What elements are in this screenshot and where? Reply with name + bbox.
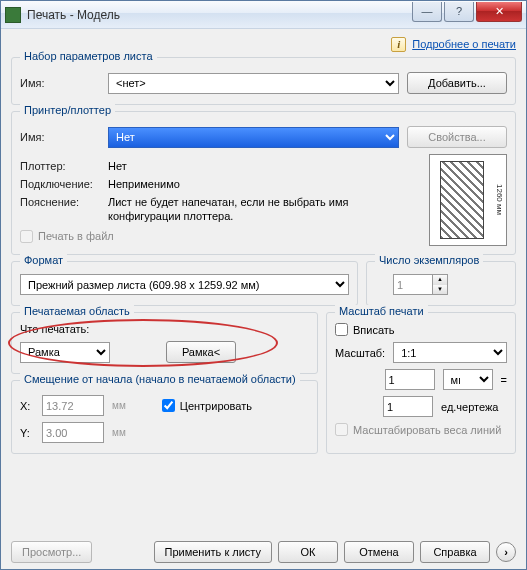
info-icon: i [391,37,406,52]
center-label: Центрировать [180,400,252,412]
pageset-name-label: Имя: [20,77,100,89]
area-legend: Печатаемая область [20,305,134,317]
copies-down[interactable]: ▼ [433,285,447,295]
scale-group: Масштаб печати Вписать Масштаб: 1:1 мм =… [326,312,516,454]
desc-value: Лист не будет напечатан, если не выбрать… [108,196,419,224]
plotter-label: Плоттер: [20,160,100,172]
offset-x-input[interactable] [42,395,104,416]
scale-label: Масштаб: [335,347,385,359]
format-select[interactable]: Прежний размер листа (609.98 x 1259.92 м… [20,274,349,295]
scale-unit-select[interactable]: мм [443,369,493,390]
scale-select[interactable]: 1:1 [393,342,507,363]
printer-props-button[interactable]: Свойства... [407,126,507,148]
learn-more-link[interactable]: Подробнее о печати [412,38,516,50]
print-to-file-checkbox[interactable] [20,230,33,243]
offset-x-unit: мм [112,400,126,411]
pageset-name-select[interactable]: <нет> [108,73,399,94]
print-to-file-label: Печать в файл [38,230,114,242]
scale-denominator-input[interactable] [383,396,433,417]
titlebar: Печать - Модель — ? ✕ [1,1,526,29]
conn-label: Подключение: [20,178,100,190]
add-pageset-button[interactable]: Добавить... [407,72,507,94]
drawing-unit-label: ед.чертежа [441,401,507,413]
app-icon [5,7,21,23]
scale-weights-checkbox[interactable] [335,423,348,436]
ok-button[interactable]: ОК [278,541,338,563]
printer-group: Принтер/плоттер Имя: Нет Свойства... Пло… [11,111,516,255]
desc-label: Пояснение: [20,196,100,208]
scale-legend: Масштаб печати [335,305,428,317]
minimize-button[interactable]: — [412,2,442,22]
printer-legend: Принтер/плоттер [20,104,115,116]
format-group: Формат Прежний размер листа (609.98 x 12… [11,261,358,306]
format-legend: Формат [20,254,67,266]
print-area-group: Печатаемая область Что печатать: Рамка Р… [11,312,318,374]
offset-group: Смещение от начала (начало в печатаемой … [11,380,318,454]
help-button[interactable]: ? [444,2,474,22]
dialog-footer: Просмотр... Применить к листу ОК Отмена … [1,541,526,563]
expand-dialog-button[interactable]: › [496,542,516,562]
close-button[interactable]: ✕ [476,2,522,22]
fit-label: Вписать [353,324,395,336]
frame-pick-button[interactable]: Рамка< [166,341,236,363]
fit-checkbox[interactable] [335,323,348,336]
scale-weights-label: Масштабировать веса линий [353,424,501,436]
pageset-group: Набор параметров листа Имя: <нет> Добави… [11,57,516,105]
what-print-select[interactable]: Рамка [20,342,110,363]
printer-name-label: Имя: [20,131,100,143]
copies-up[interactable]: ▲ [433,275,447,285]
copies-input[interactable] [393,274,433,295]
offset-x-label: X: [20,400,34,412]
conn-value: Неприменимо [108,178,180,190]
cancel-button[interactable]: Отмена [344,541,414,563]
copies-legend: Число экземпляров [375,254,483,266]
print-dialog: Печать - Модель — ? ✕ i Подробнее о печа… [0,0,527,570]
scale-numerator-input[interactable] [385,369,435,390]
offset-y-label: Y: [20,427,34,439]
copies-group: Число экземпляров ▲▼ [366,261,516,306]
window-title: Печать - Модель [27,8,412,22]
offset-y-input[interactable] [42,422,104,443]
center-checkbox[interactable] [162,399,175,412]
offset-y-unit: мм [112,427,126,438]
equals-sign: = [501,374,507,386]
printer-name-select[interactable]: Нет [108,127,399,148]
help-footer-button[interactable]: Справка [420,541,490,563]
apply-to-layout-button[interactable]: Применить к листу [154,541,273,563]
pageset-legend: Набор параметров листа [20,50,157,62]
offset-legend: Смещение от начала (начало в печатаемой … [20,373,300,385]
plotter-value: Нет [108,160,127,172]
preview-button[interactable]: Просмотр... [11,541,92,563]
paper-preview-dim: 1260 мм [488,165,504,235]
paper-preview: 1260 мм [429,154,507,246]
what-print-label: Что печатать: [20,323,309,335]
